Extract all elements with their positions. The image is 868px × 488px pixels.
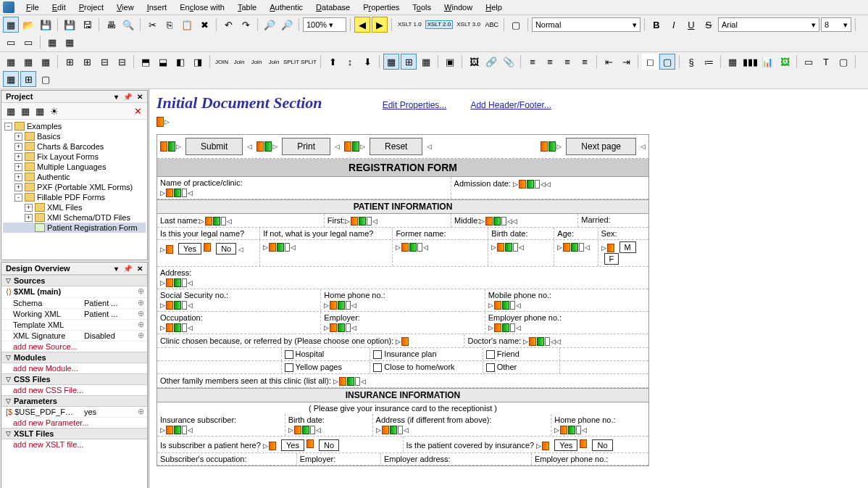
legal-no[interactable]: No [216, 243, 236, 255]
link-add-header[interactable]: Add Header/Footer... [470, 100, 551, 110]
chk-other[interactable] [486, 363, 495, 372]
menu-edit[interactable]: Edit [46, 1, 72, 13]
tag-open[interactable]: ▷ [160, 141, 181, 152]
ov-add-source[interactable]: add new Source... [1, 342, 147, 352]
tb-zoom[interactable]: 100% ▾ [303, 17, 346, 32]
menu-help[interactable]: Help [480, 1, 508, 13]
tb-text[interactable]: T [818, 54, 834, 70]
panel-close-icon[interactable]: ✕ [137, 93, 143, 101]
menu-properties[interactable]: Properties [357, 1, 405, 13]
proj-tb-close[interactable]: ✕ [131, 104, 144, 117]
tb-chart[interactable]: 📊 [759, 54, 775, 70]
ov-params[interactable]: ▽Parameters [1, 395, 147, 407]
tb-al-l[interactable]: ≡ [525, 54, 541, 70]
design-canvas[interactable]: Initial Document Section Edit Properties… [149, 89, 868, 488]
tree-item[interactable]: Patient Registration Form [3, 223, 146, 233]
tb-grid-b[interactable]: ⊞ [401, 54, 417, 70]
menu-table[interactable]: Table [232, 1, 262, 13]
tb-xslt20[interactable]: XSLT 2.0 [425, 20, 454, 29]
tb-sec[interactable]: § [683, 54, 699, 70]
next-page-button[interactable]: Next page [566, 138, 636, 155]
tb-split2[interactable]: SPLIT [301, 54, 317, 70]
tb-tbl9[interactable]: ⬓ [155, 54, 171, 70]
tb-al-j[interactable]: ≡ [577, 54, 593, 70]
tb-image[interactable]: 🖼 [777, 54, 793, 70]
menu-project[interactable]: Project [73, 1, 109, 13]
tree-item[interactable]: -Fillable PDF Forms [3, 192, 146, 202]
sex-f[interactable]: F [604, 253, 619, 265]
chk-insurance[interactable] [373, 350, 382, 359]
tb-strike[interactable]: S [701, 17, 717, 33]
tb-paste[interactable]: 📋 [179, 17, 195, 33]
tb-clear[interactable]: ▭ [801, 54, 817, 70]
tb-indent-l[interactable]: ⇤ [601, 54, 617, 70]
tb-font[interactable]: Arial▾ [718, 17, 819, 32]
covered-yes[interactable]: Yes [554, 439, 577, 451]
tb-tbl1[interactable]: ▦ [3, 54, 19, 70]
tree-item[interactable]: +Charts & Barcodes [3, 141, 146, 152]
tb-find[interactable]: 🔎 [262, 17, 277, 33]
panel-pin-icon[interactable]: 📌 [123, 93, 132, 101]
panel-dropdown-icon[interactable]: ▾ [114, 93, 118, 101]
tb-grid-c[interactable]: ▦ [418, 54, 434, 70]
tb-split1[interactable]: SPLIT [283, 54, 299, 70]
ov-pin-icon[interactable]: 📌 [123, 265, 132, 273]
tb-xslt30[interactable]: XSLT 3.0 [454, 20, 483, 29]
link-edit-properties[interactable]: Edit Properties... [383, 100, 447, 110]
tb-xslt10[interactable]: XSLT 1.0 [396, 20, 424, 29]
tb-preview[interactable]: 🔍 [120, 17, 136, 33]
menu-file[interactable]: File [20, 1, 45, 13]
submit-button[interactable]: Submit [185, 138, 243, 155]
tree-item[interactable]: +PXF (Portable XML Forms) [3, 182, 146, 192]
chk-yellow[interactable] [285, 363, 293, 372]
chk-friend[interactable] [486, 350, 495, 359]
proj-tb3[interactable]: ▦ [33, 104, 46, 117]
tb-img[interactable]: 🖼 [466, 54, 482, 70]
tb-grid1[interactable]: ▦ [44, 34, 60, 50]
proj-tb4[interactable]: ☀ [48, 104, 61, 117]
tb-mode-b[interactable]: ⊞ [20, 71, 36, 87]
tag-open4[interactable]: ▷ [541, 141, 562, 152]
tb-save[interactable]: 💾 [62, 17, 78, 33]
ov-param-icon[interactable]: ⊕ [134, 407, 147, 417]
tree-item[interactable]: +Fix Layout Forms [3, 152, 146, 162]
tb-tbl2[interactable]: ▦ [20, 54, 36, 70]
menu-enclose[interactable]: Enclose with [174, 1, 230, 13]
tb-italic[interactable]: I [666, 17, 682, 33]
menu-authentic[interactable]: Authentic [264, 1, 309, 13]
ov-dropdown-icon[interactable]: ▾ [114, 265, 118, 273]
tb-undo[interactable]: ↶ [220, 17, 236, 33]
ov-source-row[interactable]: Template XML⊕ [1, 320, 147, 331]
chk-close[interactable] [373, 363, 382, 372]
tb-tbl5[interactable]: ⊞ [79, 54, 95, 70]
tb-join4[interactable]: Join [266, 54, 282, 70]
menu-tools[interactable]: Tools [406, 1, 437, 13]
tb-tbl3[interactable]: ▦ [38, 54, 54, 70]
tb-tbl11[interactable]: ◨ [190, 54, 206, 70]
tb-tbl7[interactable]: ⊟ [114, 54, 130, 70]
tag-open3[interactable]: ▷ [344, 141, 365, 152]
tb-design[interactable]: ▦ [3, 17, 19, 33]
tb-tbl4[interactable]: ⊞ [62, 54, 78, 70]
tb-link2[interactable]: 📎 [501, 54, 517, 70]
tb-redo[interactable]: ↷ [238, 17, 254, 33]
tb-join3[interactable]: Join [249, 54, 264, 70]
tb-save-as[interactable]: 🖫 [79, 17, 95, 33]
subpat-no[interactable]: No [319, 439, 339, 451]
tb-mode-a[interactable]: ▦ [3, 71, 19, 87]
tb-align-t[interactable]: ⬆ [325, 54, 341, 70]
tb-join2[interactable]: Join [231, 54, 247, 70]
tb-misc1[interactable]: ▢ [508, 17, 524, 33]
ov-sources[interactable]: ▽Sources [1, 275, 147, 286]
print-button[interactable]: Print [282, 138, 330, 155]
tag-open2[interactable]: ▷ [256, 141, 277, 152]
tb-align-b[interactable]: ⬇ [359, 54, 375, 70]
menu-insert[interactable]: Insert [141, 1, 173, 13]
tb-underline[interactable]: U [683, 17, 699, 33]
ov-add-module[interactable]: add new Module... [1, 363, 147, 373]
tb-delete[interactable]: ✖ [196, 17, 212, 33]
tb-barcode[interactable]: ▮▮▮ [742, 54, 758, 70]
tb-tbl6[interactable]: ⊟ [96, 54, 112, 70]
tb-join1[interactable]: JOIN [214, 54, 230, 70]
menu-database[interactable]: Database [310, 1, 356, 13]
